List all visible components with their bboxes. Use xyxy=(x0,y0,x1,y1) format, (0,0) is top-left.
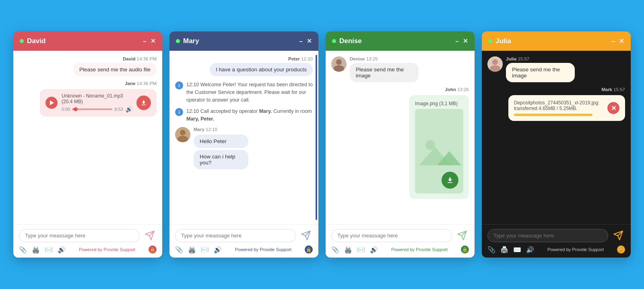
sound-icon-denise[interactable]: 🔊 xyxy=(370,246,378,254)
email-icon[interactable]: ✉️ xyxy=(45,246,53,254)
cancel-transfer-button[interactable]: ✕ xyxy=(607,102,619,114)
attach-icon[interactable]: 📎 xyxy=(19,246,27,254)
email-icon-denise[interactable]: ✉️ xyxy=(357,246,365,254)
avatar-denise xyxy=(331,56,347,72)
image-preview-inner xyxy=(415,109,463,193)
msg-bubble-julia: Please send me the image xyxy=(506,63,575,82)
status-dot-david xyxy=(20,39,24,43)
progress-bar[interactable] xyxy=(72,108,112,110)
sound-icon[interactable]: 🔊 xyxy=(58,246,66,254)
minimize-button-david[interactable]: − xyxy=(143,38,147,45)
msg-bubble-peter: I have a question about your products xyxy=(210,63,313,76)
input-row-david xyxy=(19,229,157,242)
window-title-mary: Mary xyxy=(183,37,299,45)
chat-window-denise: Denise − ✕ Denise 13:25 Please send me t… xyxy=(326,31,475,258)
attach-icon-julia[interactable]: 📎 xyxy=(487,246,495,254)
attach-icon-denise[interactable]: 📎 xyxy=(331,246,339,254)
toolbar-julia: 📎 🖨️ ✉️ 🔊 Powered by Provide Support 🔒 xyxy=(487,245,625,254)
window-title-david: David xyxy=(27,37,143,45)
chat-body-david: David 14:36 PM Please send me the audio … xyxy=(13,51,162,224)
scrollbar-indicator xyxy=(316,55,317,220)
input-row-mary xyxy=(175,229,313,242)
system-msg-2: i 12:10 Call accepted by operator Mary. … xyxy=(175,108,313,123)
image-filename: Image.png (3,1 MB) xyxy=(415,101,463,106)
msg-meta-peter: Peter 12:10 xyxy=(288,56,313,61)
avatar-julia xyxy=(487,56,503,72)
email-icon-mary[interactable]: ✉️ xyxy=(201,246,209,254)
message-input-julia[interactable] xyxy=(487,229,608,242)
audio-info: Unknown - Noname_01.mp3 (20.4 MB) 0:00 8… xyxy=(62,93,132,112)
svg-point-2 xyxy=(178,136,188,142)
input-row-julia xyxy=(487,229,625,242)
powered-by-mary: Powered by Provide Support xyxy=(227,247,300,252)
header-david: David − ✕ xyxy=(13,31,162,51)
file-progress-bar xyxy=(514,114,592,116)
msg-meta-john: John 13:26 xyxy=(445,87,469,92)
send-button-mary[interactable] xyxy=(299,229,313,242)
msg-row-audio: Jane 14:36 PM Unknown - Noname_01.mp3 (2… xyxy=(19,81,157,116)
close-button-denise[interactable]: ✕ xyxy=(463,37,468,45)
sound-icon-mary[interactable]: 🔊 xyxy=(214,246,222,254)
svg-point-11 xyxy=(492,59,498,65)
close-button-julia[interactable]: ✕ xyxy=(619,37,624,45)
print-icon-denise[interactable]: 🖨️ xyxy=(344,246,352,254)
minimize-button-julia[interactable]: − xyxy=(611,38,615,45)
sys-msg-text-1: 12:10 Welcome Peter! Your request has be… xyxy=(186,81,313,104)
chat-body-mary: Peter 12:10 I have a question about your… xyxy=(169,51,318,224)
header-denise: Denise − ✕ xyxy=(326,31,475,51)
message-input-denise[interactable] xyxy=(331,229,452,242)
sound-icon-julia[interactable]: 🔊 xyxy=(526,246,534,254)
lock-icon-julia: 🔒 xyxy=(617,245,625,254)
minimize-button-denise[interactable]: − xyxy=(455,38,459,45)
lock-icon-mary: 🔒 xyxy=(305,245,313,254)
close-button-david[interactable]: ✕ xyxy=(151,37,156,45)
current-time: 0:00 xyxy=(62,107,70,112)
footer-mary: 📎 🖨️ ✉️ 🔊 Powered by Provide Support 🔒 xyxy=(169,224,318,258)
message-input-david[interactable] xyxy=(19,229,140,242)
msg-row: David 14:36 PM Please send me the audio … xyxy=(19,56,157,76)
sys-msg-text-2: 12:10 Call accepted by operator Mary. Cu… xyxy=(186,108,313,123)
svg-point-4 xyxy=(336,59,342,65)
powered-by-david: Powered by Provide Support xyxy=(70,247,144,252)
image-download-button[interactable] xyxy=(442,172,458,189)
avatar-mary xyxy=(175,127,190,142)
chat-windows-container: David − ✕ David 14:36 PM Please send me … xyxy=(13,31,631,258)
svg-point-12 xyxy=(490,65,500,72)
msg-meta-jane: Jane 14:36 PM xyxy=(125,81,157,86)
toolbar-denise: 📎 🖨️ ✉️ 🔊 Powered by Provide Support 🔒 xyxy=(331,245,469,254)
volume-icon[interactable]: 🔊 xyxy=(126,106,132,112)
close-button-mary[interactable]: ✕ xyxy=(307,37,312,45)
audio-download-button[interactable] xyxy=(136,96,151,110)
msg-meta-mark: Mark 15:57 xyxy=(601,87,625,92)
send-button-denise[interactable] xyxy=(455,229,469,242)
file-transfer-info: Depositphotos_274450351_xl-2019.jpg: tra… xyxy=(514,100,603,116)
msg-bubble: Please send me the audio file xyxy=(73,63,157,76)
header-mary: Mary − ✕ xyxy=(169,31,318,51)
window-title-julia: Julia xyxy=(495,37,611,45)
lock-icon-david: 🔒 xyxy=(149,245,157,254)
print-icon-mary[interactable]: 🖨️ xyxy=(188,246,196,254)
footer-denise: 📎 🖨️ ✉️ 🔊 Powered by Provide Support 🔒 xyxy=(326,224,475,258)
mary-messages: Mary 12:10 Hello Peter How can i help yo… xyxy=(175,127,313,169)
chat-window-julia: Julia − ✕ Julia 15:57 Please send me the… xyxy=(482,31,631,258)
print-icon-julia[interactable]: 🖨️ xyxy=(500,246,508,254)
denise-msg-row: Denise 13:25 Please send me the image xyxy=(331,56,469,82)
minimize-button-mary[interactable]: − xyxy=(299,38,303,45)
julia-msg-row: Julia 15:57 Please send me the image xyxy=(487,56,625,82)
email-icon-julia[interactable]: ✉️ xyxy=(513,246,521,254)
send-button-david[interactable] xyxy=(143,229,157,242)
print-icon[interactable]: 🖨️ xyxy=(32,246,40,254)
powered-by-julia: Powered by Provide Support xyxy=(539,247,612,252)
send-button-julia[interactable] xyxy=(611,229,625,242)
message-input-mary[interactable] xyxy=(175,229,296,242)
attach-icon-mary[interactable]: 📎 xyxy=(175,246,183,254)
header-julia: Julia − ✕ xyxy=(482,31,631,51)
chat-window-david: David − ✕ David 14:36 PM Please send me … xyxy=(13,31,162,258)
file-transfer-name: Depositphotos_274450351_xl-2019.jpg: tra… xyxy=(514,100,603,111)
toolbar-mary: 📎 🖨️ ✉️ 🔊 Powered by Provide Support 🔒 xyxy=(175,245,313,254)
play-button[interactable] xyxy=(45,97,58,109)
msg-row-john: John 13:26 Image.png (3,1 MB) xyxy=(331,87,469,199)
svg-point-5 xyxy=(334,65,344,72)
audio-progress: 0:00 8:53 🔊 xyxy=(62,106,132,112)
image-preview: Image.png (3,1 MB) xyxy=(409,95,469,199)
